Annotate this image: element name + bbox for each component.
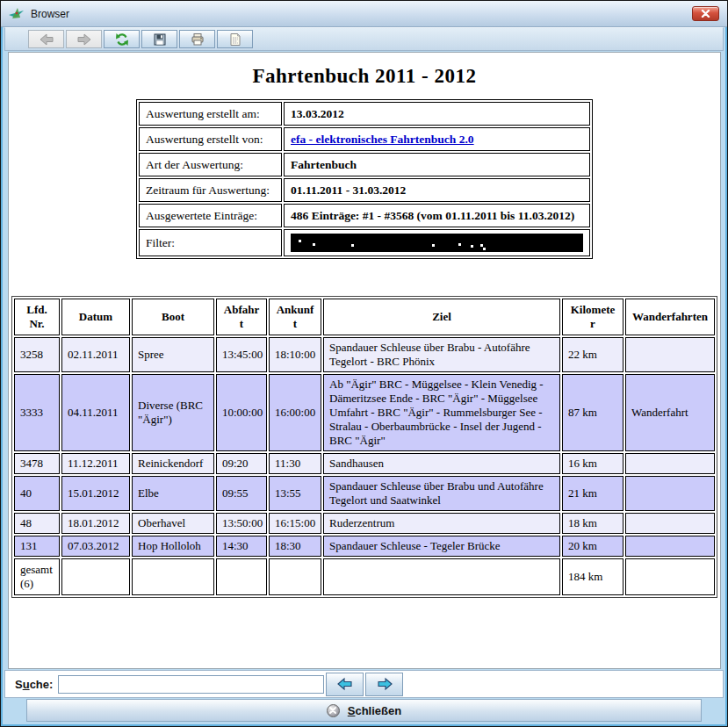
window-title: Browser (31, 8, 69, 20)
table-cell: Diverse (BRC "Ägir") (132, 374, 214, 451)
source-icon (228, 32, 242, 47)
back-icon (40, 32, 54, 47)
table-cell: 07.03.2012 (61, 536, 130, 557)
column-header: Datum (61, 299, 130, 335)
refresh-icon (115, 32, 129, 47)
table-cell: 131 (14, 536, 60, 557)
table-cell: Spandauer Schleuse über Brabu - Autofähr… (323, 337, 560, 372)
table-cell: 18:30 (269, 536, 321, 557)
info-value: 13.03.2012 (284, 102, 590, 126)
browser-window: Browser (0, 0, 728, 727)
table-cell: 04.11.2011 (61, 374, 130, 451)
table-cell: 13:55 (269, 476, 321, 511)
column-header: Ziel (323, 299, 560, 335)
filter-redacted-box (291, 234, 583, 252)
table-cell: 13:45:00 (216, 337, 267, 372)
print-button[interactable] (179, 30, 215, 48)
info-value: 486 Einträge: #1 - #3568 (vom 01.11.2011… (284, 204, 590, 227)
column-header: Abfahrt (216, 299, 267, 335)
table-row: 4818.01.2012Oberhavel13:50:0016:15:00Rud… (14, 513, 715, 534)
info-value: 01.11.2011 - 31.03.2012 (284, 178, 590, 202)
app-icon (9, 8, 25, 19)
table-cell: Reinickendorf (132, 453, 214, 474)
info-row: Filter: (139, 229, 590, 256)
table-cell: 02.11.2011 (61, 337, 130, 372)
table-cell: 22 km (562, 337, 623, 372)
table-cell: Elbe (132, 476, 214, 511)
forward-button[interactable] (66, 30, 102, 48)
search-prev-button[interactable] (326, 673, 364, 696)
arrow-right-icon (377, 677, 393, 691)
info-row: Auswertung erstellt von:efa - elektronis… (139, 127, 590, 151)
info-label: Art der Auswertung: (139, 153, 282, 176)
table-cell: Spandauer Schleuse - Tegeler Brücke (323, 536, 560, 557)
table-cell: 18:10:00 (269, 337, 321, 372)
table-cell: 18 km (562, 513, 623, 534)
column-header: Wanderfahrten (625, 299, 715, 335)
titlebar: Browser (1, 1, 727, 27)
close-button[interactable]: Schließen (26, 699, 702, 722)
table-cell: Spree (132, 337, 214, 372)
table-cell: 14:30 (216, 536, 267, 557)
table-cell: Hop Holloloh (132, 536, 214, 557)
table-cell: Ab "Ägir" BRC - Müggelsee - Klein Venedi… (323, 374, 560, 451)
info-value (284, 229, 590, 256)
info-label: Auswertung erstellt am: (139, 102, 282, 126)
info-label: Auswertung erstellt von: (139, 127, 282, 151)
table-cell: 3478 (14, 453, 60, 474)
table-cell: 184 km (562, 558, 623, 595)
save-icon (153, 32, 167, 47)
info-row: Ausgewertete Einträge:486 Einträge: #1 -… (139, 204, 590, 227)
close-button-label: Schließen (348, 704, 401, 717)
search-panel: Suche: (4, 670, 724, 698)
table-cell: Oberhavel (132, 513, 214, 534)
table-cell: 48 (14, 513, 60, 534)
table-cell: 16:15:00 (269, 513, 321, 534)
table-cell (625, 536, 715, 557)
table-cell (625, 476, 715, 511)
column-header: Boot (132, 299, 214, 335)
table-cell (61, 558, 130, 595)
table-cell (269, 558, 321, 595)
table-cell: Sandhausen (323, 453, 560, 474)
trip-table-body: 325802.11.2011Spree13:45:0018:10:00Spand… (14, 337, 715, 595)
toolbar (4, 27, 724, 51)
info-table-body: Auswertung erstellt am:13.03.2012Auswert… (139, 102, 590, 256)
print-icon (191, 32, 205, 47)
total-row: gesamt (6)184 km (14, 558, 715, 595)
info-label: Filter: (139, 229, 282, 256)
search-input[interactable] (58, 675, 324, 694)
table-cell: 11:30 (269, 453, 321, 474)
window-close-button[interactable] (692, 6, 719, 21)
trip-table-header-row: Lfd. Nr.DatumBootAbfahrtAnkunftZielKilom… (14, 299, 715, 335)
source-button[interactable] (217, 30, 253, 48)
window-bottom-frame (1, 722, 727, 726)
back-button[interactable] (28, 30, 64, 48)
search-label: Suche: (15, 678, 53, 691)
table-cell: 15.01.2012 (61, 476, 130, 511)
table-cell (625, 337, 715, 372)
info-row: Auswertung erstellt am:13.03.2012 (139, 102, 590, 126)
refresh-button[interactable] (104, 30, 140, 48)
report-info-table: Auswertung erstellt am:13.03.2012Auswert… (136, 99, 593, 259)
table-cell: 09:20 (216, 453, 267, 474)
table-cell (323, 558, 560, 595)
table-cell (625, 453, 715, 474)
search-next-button[interactable] (365, 673, 403, 696)
table-cell: 09:55 (216, 476, 267, 511)
table-cell: 16:00:00 (269, 374, 321, 451)
save-button[interactable] (141, 30, 177, 48)
table-cell: 16 km (562, 453, 623, 474)
table-cell (625, 558, 715, 595)
close-icon (701, 10, 710, 18)
table-row: 333304.11.2011Diverse (BRC "Ägir")10:00:… (14, 374, 715, 451)
info-row: Zeitraum für Auswertung:01.11.2011 - 31.… (139, 178, 590, 202)
info-row: Art der Auswertung:Fahrtenbuch (139, 153, 590, 176)
table-cell: 87 km (562, 374, 623, 451)
info-label: Zeitraum für Auswertung: (139, 178, 282, 202)
info-value: Fahrtenbuch (284, 153, 590, 176)
efa-link[interactable]: efa - elektronisches Fahrtenbuch 2.0 (291, 133, 474, 146)
table-row: 325802.11.2011Spree13:45:0018:10:00Spand… (14, 337, 715, 372)
table-cell: 18.01.2012 (61, 513, 130, 534)
table-cell: 3258 (14, 337, 60, 372)
